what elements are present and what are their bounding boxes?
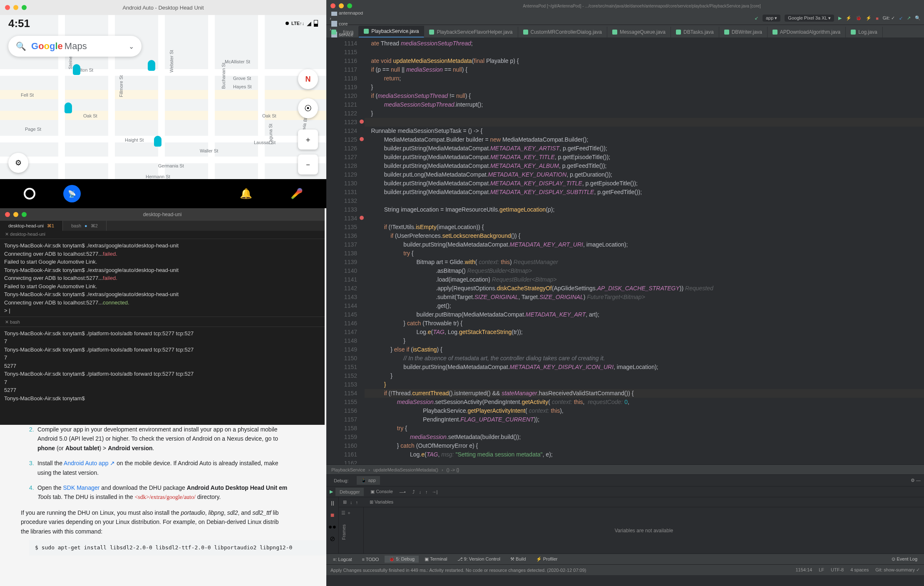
debug-tab-app[interactable]: 📱 app [357, 476, 380, 485]
sdk-manager-link[interactable]: SDK Manager [63, 484, 100, 491]
editor-tab[interactable]: MessageQueue.java [607, 27, 671, 37]
git-pull-icon[interactable]: ↙ [899, 15, 903, 21]
minimize-icon[interactable] [13, 212, 18, 217]
doc-content: 2.Compile your app in your development e… [29, 425, 326, 556]
run-to-cursor-icon[interactable]: →| [432, 489, 438, 494]
debug-tab-label: Debug: [330, 476, 353, 485]
editor-tab[interactable]: PlaybackServiceFlavorHelper.java [424, 27, 518, 37]
editor-tab[interactable]: CustomMRControllerDialog.java [518, 27, 607, 37]
compass-button[interactable]: N [298, 69, 318, 89]
step-into-icon[interactable]: ↓ [419, 489, 422, 494]
maximize-icon[interactable] [22, 212, 27, 217]
debug-resume-icon[interactable]: ▶ [330, 489, 333, 494]
view-breakpoints-icon[interactable]: ●● [328, 523, 336, 531]
terminal-pane-1[interactable]: Tonys-MacBook-Air:sdk tonytam$ ./extras/… [0, 239, 325, 317]
nav-voice-button[interactable]: 🎤 [288, 185, 306, 202]
close-icon[interactable] [5, 212, 10, 217]
run-icon[interactable]: ▶ [838, 15, 842, 21]
map-marker-icon[interactable] [65, 102, 72, 113]
search-icon: 🔍 [16, 41, 26, 51]
editor-tab[interactable]: PlaybackService.java [359, 26, 424, 37]
editor-tab[interactable]: DBTasks.java [671, 27, 719, 37]
map-marker-icon[interactable] [154, 136, 161, 147]
debug-panel: Debug: 📱 app ⚙ — ▶ Debugger ▣ Console —•… [326, 474, 924, 554]
doc-step-2: 2.Compile your app in your development e… [29, 425, 326, 453]
tool-window-tab[interactable]: ≡: Logcat [329, 556, 356, 563]
terminal-subtab[interactable]: ✕ bash [0, 319, 25, 327]
maps-search-bar[interactable]: 🔍 Google Maps ⌄ [8, 36, 142, 57]
maximize-icon[interactable] [347, 3, 352, 8]
code-breadcrumb: PlaybackService › updateMediaSessionMeta… [326, 464, 924, 474]
tool-window-tab[interactable]: ⚡ Profiler [532, 556, 562, 563]
zoom-out-button[interactable]: － [298, 155, 318, 175]
tool-window-tab[interactable]: ▣ Terminal [420, 556, 451, 563]
editor-tab[interactable]: ...tjava [326, 27, 359, 37]
mute-breakpoints-icon[interactable]: ⊘ [330, 535, 335, 543]
terminal-title: desktop-head-uni [143, 212, 182, 217]
nav-maps-button[interactable]: 📡 [63, 185, 81, 202]
apply-changes-icon[interactable]: ⚡ [846, 15, 852, 21]
editor-tab[interactable]: Log.java [846, 27, 882, 37]
stop-icon[interactable]: ■ [330, 511, 335, 519]
editor-tabs: ...tjavaPlaybackService.javaPlaybackServ… [326, 25, 924, 37]
zoom-in-button[interactable]: ＋ [298, 130, 318, 150]
terminal-pane-2[interactable]: Tonys-MacBook-Air:sdk tonytam$ ./platfor… [0, 327, 325, 405]
status-item[interactable]: 4 spaces [850, 567, 869, 573]
close-icon[interactable] [5, 5, 10, 10]
settings-button[interactable]: ⚙ [8, 153, 28, 173]
debug-settings-icon[interactable]: ⚙ — [911, 478, 921, 483]
frames-pane[interactable]: ☰ ＋ Frames [339, 507, 364, 554]
stop-icon[interactable]: ■ [876, 16, 879, 21]
status-item[interactable]: Git: show-summary ✓ [875, 567, 920, 573]
console-subtab[interactable]: ▣ Console [366, 487, 397, 496]
locate-button[interactable]: ⦿ [298, 98, 318, 118]
step-over-icon[interactable]: ⤴ [412, 489, 415, 494]
nav-notifications-button[interactable]: 🔔 [237, 185, 255, 202]
tool-window-tab[interactable]: 🐞 5: Debug [385, 556, 419, 563]
minimize-icon[interactable] [13, 5, 18, 10]
debug-icon[interactable]: 🐞 [856, 15, 862, 21]
editor-tab[interactable]: APDownloadAlgorithm.java [768, 27, 846, 37]
tool-window-tab[interactable]: ⎇ 9: Version Control [453, 556, 505, 563]
street-label: Oak St [83, 113, 97, 118]
tool-window-tab[interactable]: ≡ TODO [358, 556, 383, 563]
maximize-icon[interactable] [22, 5, 27, 10]
profile-icon[interactable]: ⚡ [866, 15, 872, 21]
event-log-tab[interactable]: ⊙ Event Log [887, 556, 922, 563]
street-label: Fillmore St [119, 75, 124, 97]
close-icon[interactable] [330, 3, 335, 8]
status-bar: 4:51 LTE↑↓ ◢ [0, 15, 326, 32]
git-push-icon[interactable]: ↗ [907, 15, 911, 21]
editor-code[interactable]: ate Thread mediaSessionSetupThread; ate … [365, 37, 924, 464]
run-config-dropdown[interactable]: app ▾ [763, 15, 780, 22]
minimize-icon[interactable] [339, 3, 344, 8]
status-item[interactable]: 1154:14 [795, 567, 812, 573]
android-auto-link[interactable]: Android Auto app ↗ [64, 460, 115, 466]
map-marker-icon[interactable] [73, 64, 80, 75]
editor-tab[interactable]: DBWriter.java [719, 27, 768, 37]
dhu-titlebar: Android Auto - Desktop Head Unit [0, 0, 326, 15]
status-item[interactable]: LF [819, 567, 824, 573]
variables-pane[interactable]: Variables are not available [364, 507, 924, 554]
search-icon[interactable]: 🔍 [915, 15, 921, 21]
tool-window-tab[interactable]: ⚒ Build [506, 556, 530, 563]
street-label: Page St [25, 127, 41, 132]
map-marker-icon[interactable] [148, 60, 155, 71]
nav-launcher-button[interactable] [21, 185, 38, 202]
chevron-down-icon[interactable]: ⌄ [129, 42, 134, 50]
editor-gutter[interactable]: 1114111511161117111811191120112111221123… [326, 37, 365, 464]
android-auto-nav: 📡 🔔 🎤 [0, 179, 326, 208]
terminal-tab-2[interactable]: bash●⌘2 [63, 221, 107, 231]
terminal-tabs: desktop-head-uni⌘1 bash●⌘2 [0, 221, 325, 231]
terminal-subtab[interactable]: ✕ desktop-head-uni [0, 231, 50, 239]
street-label: Buchanan St [221, 63, 226, 89]
pause-icon[interactable]: ⏸ [329, 500, 336, 507]
editor-area[interactable]: 1114111511161117111811191120112111221123… [326, 37, 924, 464]
street-label: Haight St [125, 137, 144, 142]
step-out-icon[interactable]: ↑ [425, 489, 428, 494]
terminal-tab-1[interactable]: desktop-head-uni⌘1 [0, 221, 63, 231]
device-dropdown[interactable]: Google Pixel 3a XL ▾ [785, 15, 834, 22]
status-item[interactable]: UTF-8 [831, 567, 844, 573]
add-config-icon[interactable]: ↙ [755, 15, 758, 21]
debugger-subtab[interactable]: Debugger [335, 488, 364, 496]
